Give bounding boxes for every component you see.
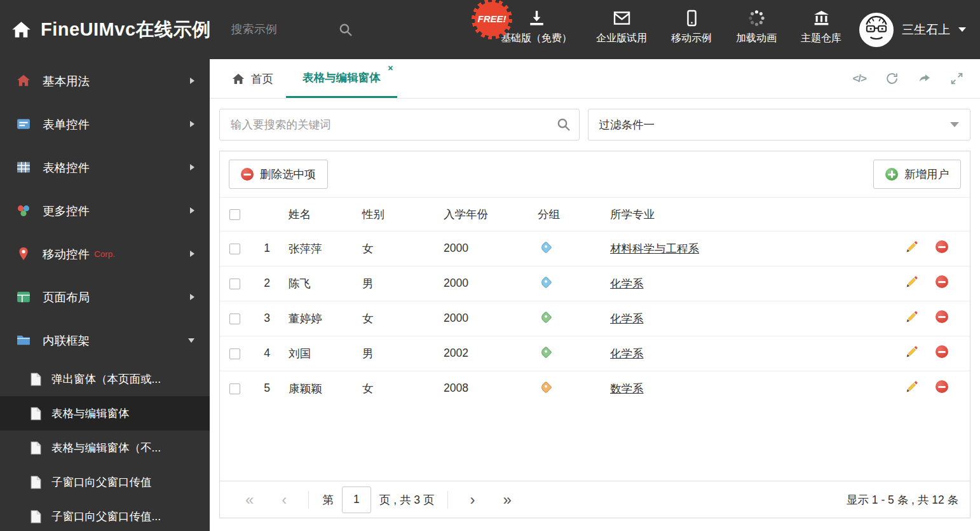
sidebar-item-mobile-controls[interactable]: 移动控件 Corp.	[0, 232, 210, 275]
delete-icon[interactable]	[936, 345, 948, 358]
major-link[interactable]: 数学系	[610, 382, 644, 395]
table-row[interactable]: 4 刘国 男 2002 化学系	[220, 336, 970, 371]
sidebar-item-iframe[interactable]: 内联框架	[0, 319, 210, 362]
next-page-icon[interactable]: ›	[470, 492, 475, 507]
edit-icon[interactable]	[905, 345, 918, 359]
sidebar-item-label: 移动控件	[43, 246, 90, 262]
tab-home[interactable]: 首页	[219, 59, 286, 98]
refresh-icon[interactable]	[885, 72, 899, 85]
grid-empty-space	[220, 406, 970, 481]
filter-dropdown[interactable]: 过滤条件一	[588, 109, 971, 141]
sidebar-subitem-grid-edit-window-2[interactable]: 表格与编辑窗体（不...	[0, 431, 210, 465]
chevron-right-icon	[190, 251, 194, 257]
select-all-checkbox[interactable]	[229, 209, 240, 220]
page-count-label: 页 , 共 3 页	[379, 492, 435, 507]
nav-item-mobile-demo[interactable]: 移动示例	[671, 9, 712, 45]
sidebar-subitem-popup-window[interactable]: 弹出窗体（本页面或...	[0, 362, 210, 396]
column-header-edit	[901, 198, 932, 231]
major-link[interactable]: 化学系	[610, 277, 644, 290]
chevron-right-icon	[190, 207, 194, 214]
sidebar-item-form-controls[interactable]: 表单控件	[0, 102, 210, 146]
brand[interactable]: FineUIMvc在线示例	[0, 17, 211, 43]
free-badge: FREE!	[472, 0, 512, 39]
fullscreen-icon[interactable]	[950, 72, 963, 85]
edit-icon[interactable]	[905, 240, 918, 254]
delete-icon[interactable]	[936, 240, 948, 253]
download-icon	[527, 9, 546, 27]
close-icon[interactable]: ×	[388, 64, 393, 72]
table-row[interactable]: 1 张萍萍 女 2000 材料科学与工程系	[220, 231, 970, 266]
major-link[interactable]: 化学系	[610, 312, 644, 325]
keyword-input[interactable]	[219, 109, 580, 141]
delete-icon[interactable]	[936, 380, 948, 393]
row-checkbox[interactable]	[229, 383, 240, 394]
tab-grid-edit-window[interactable]: 表格与编辑窗体 ×	[286, 59, 397, 98]
prev-page-icon[interactable]: ‹	[282, 492, 287, 507]
page-content: 过滤条件一 删除选中项 新增用户	[210, 99, 980, 531]
cell-year: 2002	[440, 336, 534, 371]
tab-actions: </>	[852, 59, 980, 98]
sidebar-item-more-controls[interactable]: 更多控件	[0, 189, 210, 232]
map-pin-icon	[17, 247, 31, 261]
delete-selected-button[interactable]: 删除选中项	[229, 160, 328, 189]
nav-item-enterprise-trial[interactable]: 企业版试用	[596, 9, 647, 45]
major-link[interactable]: 材料科学与工程系	[610, 242, 699, 255]
plus-icon	[885, 168, 898, 181]
table-row[interactable]: 2 陈飞 男 2000 化学系	[220, 266, 970, 301]
sidebar-item-page-layout[interactable]: 页面布局	[0, 275, 210, 319]
corp-badge: Corp.	[94, 249, 115, 259]
tab-label: 表格与编辑窗体	[303, 70, 381, 85]
record-summary: 显示 1 - 5 条 , 共 12 条	[847, 492, 958, 507]
cell-gender: 女	[358, 231, 440, 266]
edit-icon[interactable]	[905, 380, 918, 394]
sidebar-item-grid-controls[interactable]: 表格控件	[0, 146, 210, 189]
delete-icon[interactable]	[936, 275, 948, 288]
row-checkbox[interactable]	[229, 314, 240, 324]
column-header-group[interactable]: 分组	[534, 198, 606, 231]
pagination-divider	[308, 491, 309, 509]
edit-icon[interactable]	[905, 310, 918, 324]
sidebar-subitem-child-to-parent-2[interactable]: 子窗口向父窗口传值...	[0, 499, 210, 531]
search-icon[interactable]	[333, 22, 353, 38]
nav-item-basic-free[interactable]: FREE! 基础版（免费）	[501, 9, 572, 45]
row-checkbox[interactable]	[229, 348, 240, 359]
column-header-major[interactable]: 所学专业	[606, 198, 901, 231]
row-number: 1	[249, 231, 285, 266]
row-checkbox[interactable]	[229, 244, 240, 254]
sidebar-item-label: 基本用法	[43, 73, 90, 89]
cell-year: 2008	[440, 371, 534, 406]
sidebar-subitem-child-to-parent[interactable]: 子窗口向父窗口传值	[0, 465, 210, 499]
sidebar-item-basic-usage[interactable]: 基本用法	[0, 59, 210, 102]
layout-icon	[17, 290, 31, 304]
add-user-button[interactable]: 新增用户	[873, 160, 961, 189]
edit-icon[interactable]	[905, 275, 918, 289]
file-icon	[31, 510, 51, 523]
column-header-gender[interactable]: 性别	[358, 198, 440, 231]
last-page-icon[interactable]: »	[503, 492, 511, 507]
sidebar-subitem-grid-edit-window[interactable]: 表格与编辑窗体	[0, 396, 210, 431]
nav-item-theme-repo[interactable]: 主题仓库	[801, 9, 841, 45]
chevron-right-icon	[190, 164, 194, 170]
column-header-year[interactable]: 入学年份	[440, 198, 534, 231]
column-header-name[interactable]: 姓名	[285, 198, 358, 231]
tag-icon	[540, 346, 552, 359]
user-menu[interactable]: 三生石上	[859, 13, 980, 47]
page-number-input[interactable]	[342, 486, 371, 513]
open-new-window-icon[interactable]	[918, 72, 931, 85]
nav-item-loading-animation[interactable]: 加载动画	[736, 9, 777, 45]
chevron-right-icon	[190, 121, 194, 127]
tag-icon	[540, 381, 552, 394]
table-row[interactable]: 3 董婷婷 女 2000 化学系	[220, 301, 970, 336]
table-row[interactable]: 5 康颖颖 女 2008 数学系	[220, 371, 970, 406]
source-code-icon[interactable]: </>	[852, 72, 866, 85]
delete-selected-label: 删除选中项	[260, 167, 316, 182]
main-area: 首页 表格与编辑窗体 × </>	[210, 59, 980, 531]
delete-icon[interactable]	[936, 310, 948, 323]
header-search-input[interactable]	[231, 23, 333, 36]
shapes-icon	[17, 203, 31, 217]
major-link[interactable]: 化学系	[610, 347, 644, 360]
tag-icon	[540, 311, 552, 324]
first-page-icon[interactable]: «	[245, 492, 254, 507]
row-checkbox[interactable]	[229, 279, 240, 289]
search-icon[interactable]	[556, 117, 571, 132]
